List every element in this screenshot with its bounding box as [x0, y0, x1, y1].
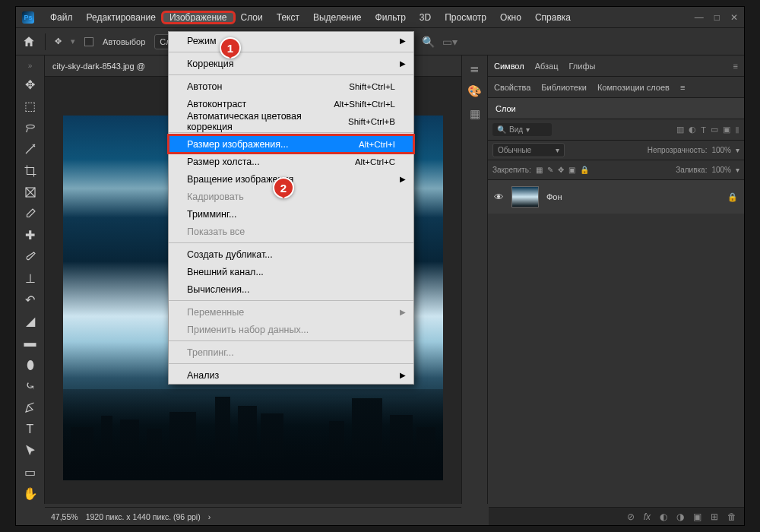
window-controls: — □ ✕ [695, 12, 738, 23]
layer-thumbnail[interactable] [511, 186, 539, 207]
frame-tool[interactable] [20, 182, 41, 202]
menu-duplicate[interactable]: Создать дубликат... [169, 245, 413, 263]
lock-paint-icon[interactable]: ✎ [547, 166, 553, 174]
menu-layers[interactable]: Слои [234, 12, 270, 23]
tab-glyphs[interactable]: Глифы [569, 62, 596, 71]
menu-canvas-size[interactable]: Размер холста...Alt+Ctrl+C [169, 153, 413, 170]
brush-tool[interactable] [20, 247, 41, 267]
delete-layer-icon[interactable]: 🗑 [727, 511, 736, 522]
tab-symbol[interactable]: Символ [494, 62, 524, 71]
app-logo[interactable]: Ps [22, 11, 34, 24]
lock-pixels-icon[interactable]: ▦ [536, 166, 543, 174]
tab-paragraph[interactable]: Абзац [535, 62, 559, 71]
menu-variables[interactable]: Переменные▶ [169, 303, 413, 321]
lock-icon[interactable]: 🔒 [727, 192, 738, 202]
menu-edit[interactable]: Редактирование [80, 12, 163, 23]
menu-mode[interactable]: Режим▶ [169, 32, 413, 49]
marquee-tool[interactable]: ⬚ [20, 96, 41, 116]
wand-tool[interactable] [20, 139, 41, 159]
lasso-tool[interactable] [20, 118, 41, 138]
visibility-icon[interactable]: 👁 [494, 192, 504, 203]
menu-autotone[interactable]: АвтотонShift+Ctrl+L [169, 78, 413, 95]
menu-apply-image[interactable]: Внешний канал... [169, 263, 413, 280]
gradient-tool[interactable]: ▬ [20, 333, 41, 353]
filter-type-icon[interactable]: T [701, 125, 706, 135]
collapse-icon[interactable]: » [28, 62, 33, 70]
menu-image[interactable]: Изображение [163, 12, 234, 23]
blur-tool[interactable]: ⬮ [20, 354, 41, 374]
home-icon[interactable] [22, 35, 36, 49]
type-tool[interactable]: T [20, 420, 41, 439]
close-icon[interactable]: ✕ [730, 12, 738, 23]
new-layer-icon[interactable]: ⊞ [711, 511, 718, 522]
link-layers-icon[interactable]: ⊘ [627, 511, 635, 522]
menu-calculations[interactable]: Вычисления... [169, 280, 413, 298]
menu-file[interactable]: Файл [43, 12, 80, 23]
minimize-icon[interactable]: — [695, 12, 704, 23]
mask-icon[interactable]: ◐ [660, 511, 667, 522]
crop-tool[interactable] [20, 160, 41, 180]
menu-analysis[interactable]: Анализ▶ [169, 366, 413, 384]
search-icon[interactable]: 🔍 [422, 36, 435, 48]
opacity-value[interactable]: 100% [711, 146, 731, 154]
shape-tool[interactable]: ▭ [20, 462, 41, 482]
layers-tab[interactable]: Слои [488, 98, 744, 119]
heal-tool[interactable]: ✚ [20, 225, 41, 245]
menu-text[interactable]: Текст [270, 12, 306, 23]
menu-reveal-all[interactable]: Показать все [169, 223, 413, 240]
layer-name[interactable]: Фон [546, 192, 562, 201]
autoselect-checkbox[interactable] [84, 37, 93, 46]
folder-icon[interactable]: ▣ [693, 511, 701, 522]
layer-filter-dropdown[interactable]: 🔍 Вид ▾ [492, 123, 552, 136]
pen-tool[interactable] [20, 397, 41, 417]
workspace-icon[interactable]: ▭▾ [442, 36, 458, 48]
panel-menu-icon[interactable]: ≡ [733, 62, 738, 71]
hand-tool[interactable]: ✋ [20, 484, 41, 504]
panel-menu2-icon[interactable]: ≡ [680, 83, 685, 92]
filter-toggle-icon[interactable]: ▮ [735, 125, 739, 135]
menu-select[interactable]: Выделение [306, 12, 369, 23]
menu-trim[interactable]: Тримминг... [169, 205, 413, 223]
menu-3d[interactable]: 3D [413, 12, 438, 23]
filter-smart-icon[interactable]: ▣ [723, 125, 730, 135]
filter-image-icon[interactable]: ▥ [676, 125, 684, 135]
menu-correction[interactable]: Коррекция▶ [169, 55, 413, 72]
stamp-tool[interactable]: ⊥ [20, 268, 41, 288]
menu-help[interactable]: Справка [528, 12, 578, 23]
swatch-panel-icon[interactable]: ▦ [470, 107, 480, 121]
fill-value[interactable]: 100% [711, 166, 731, 174]
lock-all-icon[interactable]: 🔒 [580, 166, 589, 174]
tab-properties[interactable]: Свойства [494, 83, 530, 92]
adjustment-icon[interactable]: ◑ [676, 511, 684, 522]
layer-row[interactable]: 👁 Фон 🔒 [488, 180, 744, 214]
maximize-icon[interactable]: □ [714, 12, 720, 23]
menu-image-size[interactable]: Размер изображения...Alt+Ctrl+I [169, 135, 413, 153]
menu-autocolor[interactable]: Автоматическая цветовая коррекцияShift+C… [169, 112, 413, 130]
filter-shape-icon[interactable]: ▭ [711, 125, 718, 135]
zoom-level[interactable]: 47,55% [51, 512, 78, 521]
menu-apply-data[interactable]: Применить набор данных... [169, 321, 413, 338]
eraser-tool[interactable]: ◢ [20, 312, 41, 331]
menu-filter[interactable]: Фильтр [369, 12, 413, 23]
status-arrow-icon[interactable]: › [208, 512, 211, 521]
menu-window[interactable]: Окно [493, 12, 528, 23]
eyedropper-tool[interactable] [20, 204, 41, 223]
move-tool-icon[interactable]: ✥ [55, 36, 62, 46]
history-brush-tool[interactable]: ↶ [20, 290, 41, 309]
move-tool[interactable]: ✥ [20, 74, 41, 94]
tab-layercomps[interactable]: Композиции слоев [597, 83, 670, 92]
lock-position-icon[interactable]: ✥ [558, 166, 564, 174]
color-panel-icon[interactable]: 🎨 [467, 84, 482, 98]
layers-footer: ⊘ fx ◐ ◑ ▣ ⊞ 🗑 [489, 507, 744, 525]
menu-view[interactable]: Просмотр [438, 12, 493, 23]
tab-libraries[interactable]: Библиотеки [541, 83, 587, 92]
menu-trap[interactable]: Треппинг... [169, 344, 413, 361]
history-panel-icon[interactable]: ≣ [470, 62, 480, 75]
filter-adjust-icon[interactable]: ◐ [689, 125, 696, 135]
path-select-tool[interactable] [20, 441, 41, 461]
lock-artboard-icon[interactable]: ▣ [568, 166, 575, 174]
fx-icon[interactable]: fx [644, 511, 651, 522]
blend-mode-dropdown[interactable]: Обычные▾ [492, 143, 565, 157]
dodge-tool[interactable]: ⤿ [20, 376, 41, 396]
autoselect-label: Автовыбор [103, 37, 145, 46]
